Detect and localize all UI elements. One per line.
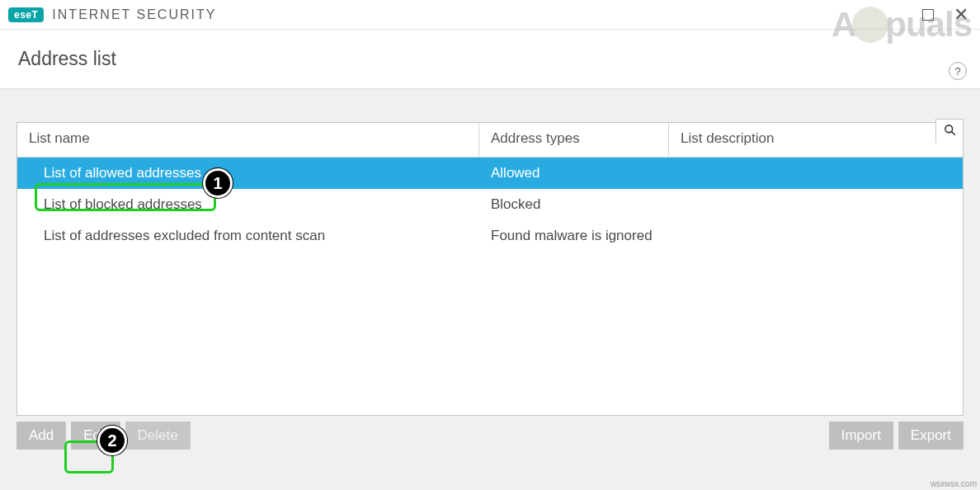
search-icon xyxy=(944,124,956,139)
page-title: Address list xyxy=(18,48,962,70)
col-description[interactable]: List description xyxy=(669,123,963,157)
address-table: List name Address types List description… xyxy=(16,122,964,416)
import-button[interactable]: Import xyxy=(829,422,893,450)
cell-types: Allowed xyxy=(479,165,669,181)
col-list-name[interactable]: List name xyxy=(17,123,479,157)
page-header: Address list ? xyxy=(0,30,980,89)
cell-types: Found malware is ignored xyxy=(479,228,669,244)
annotation-callout-2: 2 xyxy=(97,426,127,455)
close-button[interactable]: ✕ xyxy=(952,6,970,24)
table-row[interactable]: List of allowed addresses Allowed xyxy=(17,158,963,189)
cell-name: List of allowed addresses xyxy=(17,165,479,181)
cell-types: Blocked xyxy=(479,196,669,213)
delete-button[interactable]: Delete xyxy=(125,422,191,450)
col-address-types[interactable]: Address types xyxy=(479,123,669,157)
svg-line-1 xyxy=(951,131,954,134)
source-tag: wsxwsx.com xyxy=(931,479,977,488)
help-button[interactable]: ? xyxy=(949,62,967,80)
maximize-button[interactable] xyxy=(919,6,937,24)
brand-badge: eseT xyxy=(8,7,44,22)
cell-name: List of blocked addresses xyxy=(17,196,479,213)
annotation-callout-1: 1 xyxy=(203,168,233,198)
export-button[interactable]: Export xyxy=(898,422,964,450)
titlebar: eseT INTERNET SECURITY ✕ xyxy=(0,0,980,30)
footer-buttons: Add Edit Delete Import Export xyxy=(16,416,964,450)
window-controls: ✕ xyxy=(919,6,975,24)
product-title: INTERNET SECURITY xyxy=(52,7,216,22)
table-body: List of allowed addresses Allowed List o… xyxy=(17,158,963,252)
table-row[interactable]: List of blocked addresses Blocked xyxy=(17,189,963,220)
table-row[interactable]: List of addresses excluded from content … xyxy=(17,220,963,252)
content-area: List name Address types List description… xyxy=(0,89,980,461)
add-button[interactable]: Add xyxy=(16,422,66,450)
search-tab[interactable] xyxy=(935,119,964,144)
svg-point-0 xyxy=(945,125,952,132)
table-header: List name Address types List description xyxy=(17,123,963,158)
cell-name: List of addresses excluded from content … xyxy=(17,228,479,244)
